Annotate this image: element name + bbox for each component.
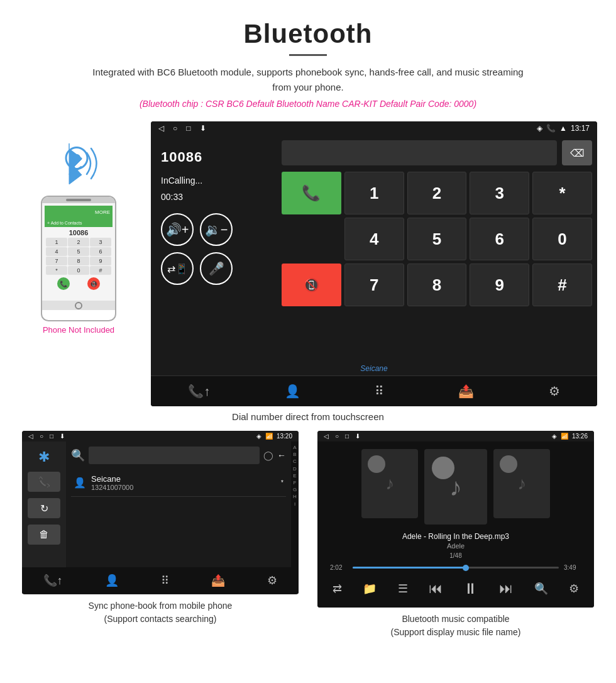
car-key-9[interactable]: 9	[470, 264, 529, 306]
car-bottom-nav: 📞↑ 👤 ⠿ 📤 ⚙	[151, 375, 597, 406]
music-album-art-main: ♪	[424, 449, 487, 525]
car-volume-down-button[interactable]: 🔉−	[200, 213, 233, 246]
phone-top-bar	[42, 197, 115, 203]
car-nav-phone-icon[interactable]: 📞↑	[188, 384, 210, 399]
pb-bluetooth-icon: ✱	[38, 449, 50, 465]
music-play-icon[interactable]: ⏸	[463, 580, 478, 597]
car-square-icon: □	[186, 124, 190, 133]
car-control-row-2: ⇄📱 🎤	[161, 252, 233, 285]
phone-screen-number: 10086	[45, 229, 113, 236]
music-next-icon[interactable]: ⏭	[499, 580, 513, 597]
car-nav-keypad-icon[interactable]: ⠿	[375, 384, 384, 399]
music-card: ◁ ○ □ ⬇ ◈ 📶 13:26 ♪	[308, 431, 603, 639]
car-key-4[interactable]: 4	[344, 218, 404, 260]
bluetooth-graphic: ⦿	[50, 140, 107, 191]
music-progress-bar[interactable]	[353, 567, 559, 569]
car-nav-settings-icon[interactable]: ⚙	[549, 384, 560, 399]
car-key-1[interactable]: 1	[344, 172, 404, 214]
music-disc-main	[432, 457, 454, 479]
pb-delete-btn[interactable]: 🗑	[28, 525, 60, 545]
pb-contact-name: Seicane	[91, 474, 133, 484]
car-call-icon: 📞	[546, 124, 556, 133]
car-key-2[interactable]: 2	[407, 172, 467, 214]
car-number-input-row: ⌫	[282, 140, 592, 165]
music-prev-icon[interactable]: ⏮	[429, 580, 443, 597]
music-content: ♪ ♪ ♪ Adele - Rolling In the Deep.mp3 Ad…	[317, 441, 594, 608]
car-home-icon: ○	[173, 124, 177, 133]
phone-keypad: 1 2 3 4 5 6 7 8 9 * 0 #	[45, 238, 113, 275]
car-key-hash[interactable]: #	[532, 264, 592, 306]
car-key-0[interactable]: 0	[532, 218, 592, 260]
pb-nav-keypad-icon[interactable]: ⠿	[161, 574, 169, 587]
music-location-icon: ◈	[552, 433, 557, 440]
music-eq-icon[interactable]: ⚙	[569, 582, 579, 596]
phone-key-star: *	[46, 266, 67, 275]
car-mute-button[interactable]: 🎤	[200, 252, 233, 285]
music-status-bar: ◁ ○ □ ⬇ ◈ 📶 13:26	[317, 431, 594, 441]
music-nav-icons: ◁ ○ □ ⬇	[324, 433, 360, 440]
pb-search-icon: 🔍	[71, 448, 85, 462]
phone-key-3: 3	[90, 238, 111, 247]
car-time: 13:17	[571, 124, 590, 133]
car-number-input-field[interactable]	[282, 140, 557, 165]
car-transfer-button[interactable]: ⇄📱	[161, 252, 194, 285]
music-search-icon[interactable]: 🔍	[534, 582, 548, 596]
car-call-button[interactable]: 📞	[282, 172, 341, 214]
phone-speaker	[66, 199, 91, 201]
car-nav-contacts-icon[interactable]: 👤	[285, 384, 300, 399]
pb-refresh-btn[interactable]: ↻	[28, 498, 60, 518]
music-caption: Bluetooth music compatible (Support disp…	[391, 613, 521, 639]
car-key-8[interactable]: 8	[407, 264, 467, 306]
car-key-5[interactable]: 5	[407, 218, 467, 260]
phonebook-caption: Sync phone-book from mobile phone (Suppo…	[89, 599, 233, 626]
pb-nav-contacts-icon[interactable]: 👤	[105, 574, 119, 587]
car-key-7[interactable]: 7	[344, 264, 404, 306]
pb-nav-icons: ◁ ○ □ ⬇	[28, 433, 65, 440]
pb-nav-transfer-icon[interactable]: 📤	[211, 574, 225, 587]
pb-alpha-index: A B C D E F G H I	[291, 441, 299, 567]
music-disc-right	[500, 455, 517, 473]
music-folder-icon[interactable]: 📁	[363, 582, 377, 596]
pb-content: ✱ 📞 ↻ 🗑 🔍 ◯ ← 👤 S	[22, 441, 299, 567]
pb-search-bar[interactable]	[89, 447, 260, 464]
car-control-row-1: 🔊+ 🔉−	[161, 213, 233, 246]
pb-nav-settings-icon[interactable]: ⚙	[267, 574, 277, 587]
music-current-time: 2:02	[330, 564, 348, 571]
page-header: Bluetooth Integrated with BC6 Bluetooth …	[0, 0, 616, 115]
music-note-right-icon: ♪	[517, 474, 526, 494]
music-screen: ◁ ○ □ ⬇ ◈ 📶 13:26 ♪	[317, 431, 594, 608]
music-total-time: 3:49	[564, 564, 581, 571]
car-phone-number: 10086	[161, 145, 202, 169]
music-list-icon[interactable]: ☰	[398, 582, 408, 596]
car-dial-left-panel: 10086 InCalling... 00:33 🔊+ 🔉− ⇄📱 🎤	[151, 135, 277, 362]
car-volume-up-button[interactable]: 🔊+	[161, 213, 194, 246]
car-key-6[interactable]: 6	[470, 218, 529, 260]
car-download-icon: ⬇	[200, 124, 206, 133]
phone-key-8: 8	[68, 257, 89, 265]
phone-action-buttons: 📞 📵	[45, 275, 113, 292]
pb-circle-indicator: ◯	[263, 450, 273, 460]
car-hangup-button[interactable]: 📵	[282, 264, 341, 306]
phone-add-contacts-bar: + Add to Contacts	[45, 218, 113, 227]
pb-contact-item[interactable]: 👤 Seicane 13241007000 *	[71, 469, 286, 497]
music-shuffle-icon[interactable]: ⇄	[333, 582, 342, 596]
phone-key-9: 9	[90, 257, 111, 265]
pb-back-icon: ◁	[28, 433, 33, 440]
car-key-3[interactable]: 3	[470, 172, 529, 214]
pb-alpha-f: F	[294, 479, 297, 486]
phone-key-4: 4	[46, 247, 67, 256]
car-nav-transfer-icon[interactable]: 📤	[458, 384, 474, 399]
music-home-icon: ○	[335, 433, 339, 440]
pb-alpha-a: A	[293, 444, 296, 451]
pb-alpha-c: C	[293, 458, 297, 465]
car-call-timer: 00:33	[161, 192, 183, 202]
music-album-art-prev: ♪	[361, 449, 418, 518]
pb-call-btn[interactable]: 📞	[28, 472, 60, 492]
car-key-star[interactable]: *	[532, 172, 592, 214]
title-divider	[289, 54, 327, 56]
bluetooth-symbol-icon: ⦿	[63, 143, 91, 175]
music-progress-fill	[353, 567, 466, 569]
pb-nav-phone-icon[interactable]: 📞↑	[43, 574, 63, 587]
car-status-icons: ◈ 📞 ▲ 13:17	[537, 124, 590, 133]
car-backspace-button[interactable]: ⌫	[562, 140, 592, 165]
